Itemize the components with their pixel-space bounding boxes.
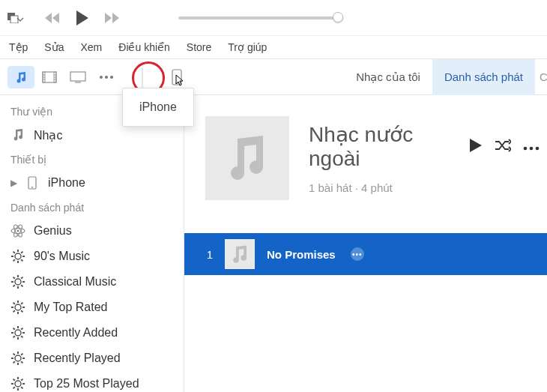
tv-view-button[interactable] (64, 66, 91, 88)
playback-controls (43, 10, 121, 26)
svg-line-31 (13, 259, 15, 261)
svg-line-56 (13, 328, 15, 330)
movies-view-button[interactable] (36, 66, 63, 88)
phone-icon (25, 176, 40, 190)
menu-file[interactable]: Tệp (9, 41, 28, 53)
shuffle-button[interactable] (495, 139, 511, 155)
svg-rect-11 (70, 72, 85, 81)
svg-line-48 (21, 310, 22, 312)
menu-controls[interactable]: Điều khiển (118, 41, 170, 53)
tab-playlists[interactable]: Danh sách phát (432, 59, 535, 95)
sidebar-playlist-item[interactable]: Recently Played (0, 346, 184, 371)
svg-line-74 (13, 379, 15, 381)
svg-point-19 (31, 187, 33, 188)
sidebar-playlist-item[interactable]: Genius (0, 218, 184, 244)
tab-cut[interactable]: C (535, 59, 547, 95)
svg-point-14 (105, 76, 108, 79)
sidebar-playlist-item[interactable]: 90's Music (0, 244, 184, 269)
sidebar-playlist-item[interactable]: Top 25 Most Played (0, 371, 184, 392)
chevron-right-icon: ▶ (10, 178, 16, 188)
sidebar-item-iphone[interactable]: ▶ iPhone (0, 170, 184, 196)
svg-point-81 (524, 146, 528, 150)
svg-line-38 (13, 277, 15, 279)
sidebar-item-label: iPhone (48, 176, 85, 190)
sidebar-playlist-item[interactable]: Classical Music (0, 269, 184, 295)
svg-line-50 (21, 303, 22, 304)
more-actions-button[interactable] (523, 140, 540, 154)
toolbar: │ Nhạc của tôi Danh sách phát C iPhone (0, 59, 547, 95)
sidebar-item-label: Recently Played (34, 352, 121, 365)
sidebar-item-label: 90's Music (34, 250, 90, 263)
playlist-subtitle: 1 bài hát · 4 phút (309, 181, 540, 194)
svg-point-60 (15, 355, 21, 361)
svg-line-59 (21, 328, 22, 330)
svg-line-66 (21, 361, 22, 363)
svg-line-30 (21, 259, 22, 261)
sidebar-item-label: My Top Rated (34, 301, 107, 314)
toolbar-separator: │ (138, 67, 148, 87)
seek-bar[interactable] (178, 16, 343, 19)
track-more-button[interactable]: ••• (351, 247, 364, 261)
menu-view[interactable]: Xem (80, 41, 102, 53)
tab-my-music[interactable]: Nhạc của tôi (344, 59, 432, 95)
gear-icon (10, 351, 25, 366)
sidebar-playlist-item[interactable]: Recently Added (0, 320, 184, 346)
devices-header: Thiết bị (0, 148, 184, 170)
menu-bar: Tệp Sửa Xem Điều khiển Store Trợ giúp (0, 36, 547, 58)
svg-line-77 (21, 379, 22, 381)
device-tooltip: iPhone (122, 88, 194, 127)
svg-line-67 (13, 361, 15, 363)
gear-icon (10, 249, 25, 264)
music-view-button[interactable] (7, 66, 34, 88)
more-views-button[interactable] (93, 66, 120, 88)
track-name: No Promises (267, 248, 336, 261)
svg-line-57 (21, 336, 22, 337)
cursor-icon (175, 74, 186, 88)
svg-line-47 (13, 303, 15, 304)
svg-line-65 (13, 354, 15, 355)
playlists-header: Danh sách phát (0, 196, 184, 218)
svg-point-51 (15, 330, 21, 336)
svg-rect-1 (10, 16, 18, 23)
svg-line-40 (13, 285, 15, 286)
track-row[interactable]: 1 No Promises ••• (184, 233, 547, 275)
svg-line-49 (13, 310, 15, 312)
gear-icon (10, 325, 25, 340)
sidebar-item-label: Genius (34, 224, 72, 238)
gear-icon (10, 376, 25, 391)
content-area: Nhạc nước ngoài 1 bài hát · 4 phút 1 No … (184, 95, 547, 392)
svg-point-42 (15, 304, 21, 310)
gear-icon (10, 274, 25, 289)
menu-store[interactable]: Store (187, 41, 211, 53)
menu-help[interactable]: Trợ giúp (228, 41, 267, 53)
svg-line-75 (21, 387, 22, 388)
sidebar-item-label: Recently Added (34, 326, 118, 340)
svg-point-33 (15, 279, 21, 285)
svg-line-29 (13, 252, 15, 253)
svg-line-32 (21, 252, 22, 253)
device-button[interactable] (162, 66, 192, 88)
music-note-icon (10, 128, 25, 142)
svg-point-82 (530, 146, 534, 150)
window-menu-icon[interactable] (7, 12, 24, 24)
play-button[interactable] (75, 10, 90, 26)
playlist-title: Nhạc nước ngoài (309, 122, 459, 171)
next-button[interactable] (103, 11, 121, 25)
sidebar-playlist-item[interactable]: My Top Rated (0, 295, 184, 320)
svg-line-68 (21, 354, 22, 355)
seek-thumb[interactable] (333, 12, 343, 22)
svg-point-23 (17, 230, 19, 232)
menu-edit[interactable]: Sửa (44, 41, 64, 53)
svg-line-39 (21, 285, 22, 286)
previous-button[interactable] (43, 11, 61, 25)
title-bar (0, 0, 547, 36)
track-list: 1 No Promises ••• (184, 233, 547, 275)
play-all-button[interactable] (469, 138, 483, 156)
track-number: 1 (202, 248, 213, 261)
atom-icon (10, 223, 25, 238)
sidebar-item-label: Top 25 Most Played (34, 377, 139, 391)
svg-line-76 (13, 387, 15, 388)
playlist-artwork (205, 116, 289, 200)
sidebar-item-label: Classical Music (34, 275, 116, 289)
gear-icon (10, 300, 25, 315)
